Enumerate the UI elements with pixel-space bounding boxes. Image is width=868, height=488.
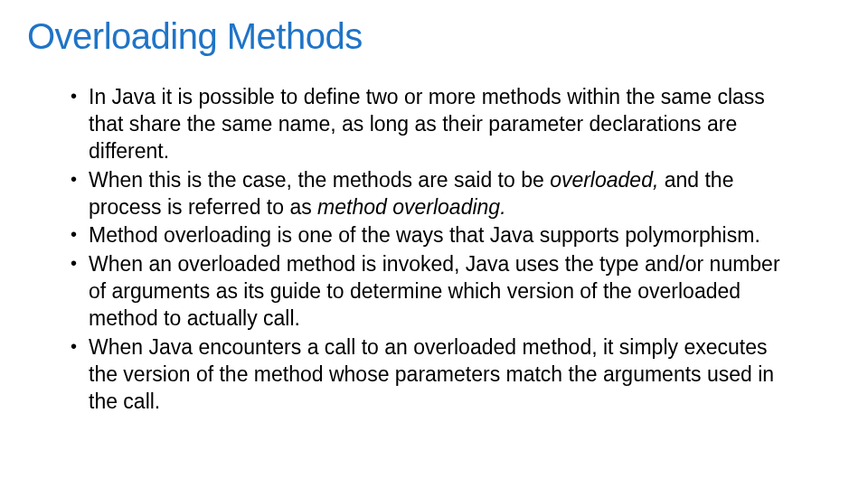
bullet-item-1: In Java it is possible to define two or …: [63, 84, 787, 165]
slide-title: Overloading Methods: [27, 16, 841, 57]
slide-content: In Java it is possible to define two or …: [27, 84, 841, 416]
bullet-list: In Java it is possible to define two or …: [63, 84, 787, 416]
bullet-item-3: Method overloading is one of the ways th…: [63, 222, 787, 249]
bullet-2-italic-1: overloaded,: [550, 168, 665, 192]
bullet-2-italic-2: method overloading.: [317, 195, 505, 219]
bullet-2-text-pre: When this is the case, the methods are s…: [89, 168, 550, 192]
bullet-item-2: When this is the case, the methods are s…: [63, 167, 787, 221]
bullet-item-5: When Java encounters a call to an overlo…: [63, 334, 787, 416]
bullet-item-4: When an overloaded method is invoked, Ja…: [63, 251, 787, 333]
slide-container: Overloading Methods In Java it is possib…: [0, 0, 868, 488]
